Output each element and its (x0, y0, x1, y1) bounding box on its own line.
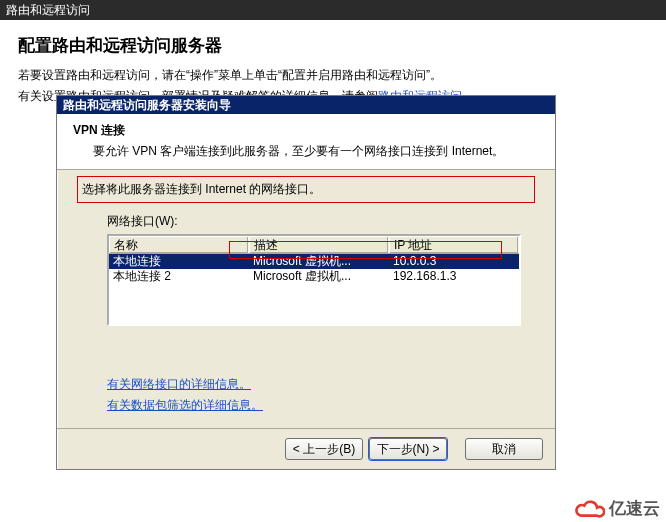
watermark-text: 亿速云 (609, 497, 660, 520)
col-name[interactable]: 名称 (109, 236, 249, 253)
link-interface-details[interactable]: 有关网络接口的详细信息。 (107, 377, 251, 391)
interfaces-listbox[interactable]: 名称 描述 IP 地址 本地连接 Microsoft 虚拟机... 10.0.0… (107, 234, 521, 326)
list-header: 名称 描述 IP 地址 (109, 236, 519, 254)
cell-desc: Microsoft 虚拟机... (249, 254, 389, 269)
col-ip[interactable]: IP 地址 (389, 236, 519, 253)
wizard-header-title: VPN 连接 (73, 122, 543, 139)
page-desc-1-text: 若要设置路由和远程访问，请在“操作”菜单上单击“配置并启用路由和远程访问”。 (18, 68, 442, 82)
wizard-header-desc: 要允许 VPN 客户端连接到此服务器，至少要有一个网络接口连接到 Interne… (93, 143, 543, 159)
wizard-help-links: 有关网络接口的详细信息。 有关数据包筛选的详细信息。 (107, 376, 535, 414)
next-button[interactable]: 下一步(N) > (369, 438, 447, 460)
list-row[interactable]: 本地连接 2 Microsoft 虚拟机... 192.168.1.3 (109, 269, 519, 284)
wizard-titlebar[interactable]: 路由和远程访问服务器安装向导 (57, 96, 555, 114)
cell-name: 本地连接 2 (109, 269, 249, 284)
interfaces-label-text: 网络接口(W): (107, 214, 178, 228)
app-titlebar: 路由和远程访问 (0, 0, 666, 20)
wizard-header: VPN 连接 要允许 VPN 客户端连接到此服务器，至少要有一个网络接口连接到 … (57, 114, 555, 170)
interfaces-label: 网络接口(W): (107, 213, 535, 230)
wizard-footer: < 上一步(B) 下一步(N) > 取消 (57, 428, 555, 469)
instruction-text: 选择将此服务器连接到 Internet 的网络接口。 (82, 182, 321, 196)
cell-desc: Microsoft 虚拟机... (249, 269, 389, 284)
page-desc-1: 若要设置路由和远程访问，请在“操作”菜单上单击“配置并启用路由和远程访问”。 (18, 67, 652, 84)
watermark: 亿速云 (573, 497, 660, 520)
content-area: 配置路由和远程访问服务器 若要设置路由和远程访问，请在“操作”菜单上单击“配置并… (0, 20, 666, 105)
cell-ip: 192.168.1.3 (389, 269, 519, 284)
back-button[interactable]: < 上一步(B) (285, 438, 363, 460)
wizard-body: 选择将此服务器连接到 Internet 的网络接口。 网络接口(W): 名称 描… (57, 170, 555, 428)
page-title: 配置路由和远程访问服务器 (18, 34, 652, 57)
link-packet-filter-details[interactable]: 有关数据包筛选的详细信息。 (107, 398, 263, 412)
cell-ip: 10.0.0.3 (389, 254, 519, 269)
cell-name: 本地连接 (109, 254, 249, 269)
wizard-title: 路由和远程访问服务器安装向导 (63, 98, 231, 112)
wizard-dialog: 路由和远程访问服务器安装向导 VPN 连接 要允许 VPN 客户端连接到此服务器… (56, 95, 556, 470)
col-desc[interactable]: 描述 (249, 236, 389, 253)
app-title: 路由和远程访问 (6, 3, 90, 17)
list-row[interactable]: 本地连接 Microsoft 虚拟机... 10.0.0.3 (109, 254, 519, 269)
instruction-highlight: 选择将此服务器连接到 Internet 的网络接口。 (77, 176, 535, 203)
cloud-icon (573, 498, 605, 520)
cancel-button[interactable]: 取消 (465, 438, 543, 460)
